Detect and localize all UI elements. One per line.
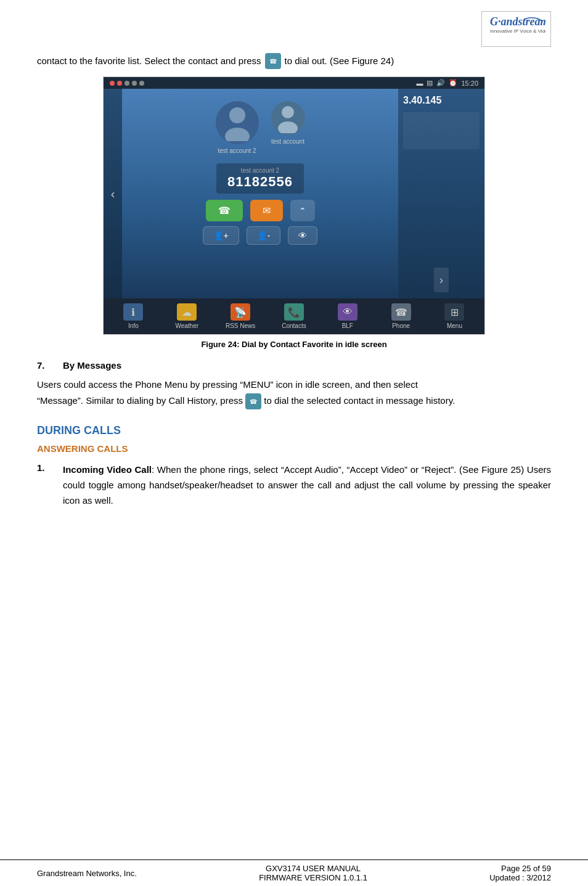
figure-24-container: ▬ ▤ 🔊 ⏰ 15:20 ‹ (103, 76, 485, 335)
phone-number: 81182556 (227, 174, 293, 190)
bottom-dock: ℹ Info ☁ Weather 📡 RSS News 📞 Contacts 👁 (104, 298, 484, 334)
answering-item-1: 1. Incoming Video Call: When the phone r… (37, 462, 551, 508)
item-1-label: Incoming Video Call (63, 464, 152, 475)
section-7-body2: “Message”. Similar to dialing by Call Hi… (37, 395, 243, 406)
dock-menu[interactable]: ⊞ Menu (436, 303, 473, 329)
call-button[interactable]: ☎ (206, 200, 243, 221)
mini-list (403, 112, 480, 149)
dock-phone[interactable]: ☎ Phone (383, 303, 420, 329)
right-nav-section: › (403, 268, 480, 292)
view-contact-button[interactable]: 👁 (288, 226, 317, 245)
dock-phone-label: Phone (392, 322, 410, 329)
right-panel: 3.40.145 › (398, 89, 484, 298)
intro-paragraph: contact to the favorite list. Select the… (37, 53, 551, 69)
ip-display: 3.40.145 (403, 95, 480, 106)
avatar-2 (271, 101, 305, 135)
dock-contacts[interactable]: 📞 Contacts (276, 303, 312, 329)
dot-3 (125, 81, 129, 86)
dock-blf[interactable]: 👁 BLF (329, 303, 366, 329)
phone-screenshot: ▬ ▤ 🔊 ⏰ 15:20 ‹ (104, 77, 484, 334)
item-1-content: Incoming Video Call: When the phone ring… (63, 462, 551, 508)
dock-info-label: Info (128, 322, 139, 329)
intro-text-after: to dial out. (See Figure 24) (285, 54, 394, 68)
info-icon: ℹ (123, 303, 143, 321)
dot-4 (132, 81, 137, 86)
nav-right-arrow[interactable]: › (434, 268, 449, 292)
footer-right: Page 25 of 59 Updated : 3/2012 (489, 864, 551, 882)
svg-text:G·andstream: G·andstream (490, 15, 545, 28)
dock-weather-label: Weather (175, 322, 198, 329)
blf-icon: 👁 (338, 303, 357, 321)
contact-card-2: test account (271, 101, 305, 154)
phone-main-screen: ‹ test account 2 (104, 89, 484, 298)
section-7-number: 7. (37, 360, 55, 371)
contacts-icon: 📞 (284, 303, 304, 321)
page-footer: Grandstream Networks, Inc. GXV3174 USER … (0, 859, 588, 886)
section-7-heading-row: 7. By Messages (37, 360, 551, 371)
svg-point-4 (229, 107, 245, 123)
contact-name-2: test account (271, 138, 304, 145)
svg-point-6 (282, 106, 294, 118)
dot-1 (110, 81, 115, 86)
status-dots (110, 81, 144, 86)
dot-2 (117, 81, 122, 86)
speaker-icon: 🔊 (436, 79, 445, 87)
center-contact-panel: test account 2 test account (122, 89, 398, 298)
phone-dock-icon: ☎ (391, 303, 411, 321)
svg-text:☎: ☎ (250, 398, 257, 405)
dock-info[interactable]: ℹ Info (115, 303, 152, 329)
dock-rss-label: RSS News (226, 322, 255, 329)
svg-point-5 (225, 128, 250, 141)
contact-cards: test account 2 test account (216, 101, 305, 154)
status-bar: ▬ ▤ 🔊 ⏰ 15:20 (104, 77, 484, 89)
rss-icon: 📡 (231, 303, 250, 321)
svg-text:☎: ☎ (269, 58, 277, 65)
intro-text-before: contact to the favorite list. Select the… (37, 54, 261, 68)
footer-center: GXV3174 USER MANUAL FIRMWARE VERSION 1.0… (259, 864, 367, 882)
contact-name-1: test account 2 (218, 147, 256, 154)
nav-left-arrow[interactable]: ‹ (104, 89, 122, 298)
section-7-body: Users could access the Phone Menu by pre… (37, 377, 551, 409)
section-7-title: By Messages (63, 360, 121, 371)
dot-5 (139, 81, 144, 86)
account-label: test account 2 (227, 167, 293, 174)
logo-box: G·andstream Innovative IP Voice & Video (481, 11, 551, 47)
menu-dock-icon: ⊞ (444, 303, 464, 321)
section-7-body3: to dial the selected contact in message … (264, 395, 455, 406)
section-7-body1: Users could access the Phone Menu by pre… (37, 379, 418, 390)
battery-icon: ▬ (416, 80, 423, 87)
action-buttons-row1: ☎ ✉ ⌃ (206, 200, 315, 221)
add-contact-button[interactable]: 👤+ (203, 226, 239, 245)
dock-weather[interactable]: ☁ Weather (168, 303, 205, 329)
message-button[interactable]: ✉ (250, 200, 283, 221)
message-icon-inline: ☎ (245, 393, 261, 409)
answering-calls-heading: ANSWERING CALLS (37, 443, 551, 454)
svg-point-7 (278, 121, 298, 133)
weather-icon: ☁ (177, 303, 197, 321)
up-button[interactable]: ⌃ (290, 200, 315, 221)
footer-center-line1: GXV3174 USER MANUAL (259, 864, 367, 873)
figure-24-caption: Figure 24: Dial by Contact Favorite in i… (37, 340, 551, 349)
footer-left: Grandstream Networks, Inc. (37, 869, 137, 878)
svg-text:Innovative IP Voice & Video: Innovative IP Voice & Video (490, 28, 545, 34)
dock-contacts-label: Contacts (282, 322, 306, 329)
clock-icon: ⏰ (449, 79, 457, 87)
number-display: test account 2 81182556 (216, 163, 304, 194)
footer-center-line2: FIRMWARE VERSION 1.0.1.1 (259, 873, 367, 882)
dock-blf-label: BLF (342, 322, 353, 329)
time-display: 15:20 (461, 80, 478, 87)
dock-menu-label: Menu (447, 322, 462, 329)
signal-icon: ▤ (427, 79, 433, 87)
footer-right-line2: Updated : 3/2012 (489, 873, 551, 882)
status-right: ▬ ▤ 🔊 ⏰ 15:20 (416, 79, 478, 87)
during-calls-heading: DURING CALLS (37, 424, 551, 437)
item-1-number: 1. (37, 462, 55, 508)
avatar-1 (216, 101, 259, 144)
remove-contact-button[interactable]: 👤- (247, 226, 281, 245)
contact-card-1: test account 2 (216, 101, 259, 154)
action-buttons-row2: 👤+ 👤- 👁 (203, 226, 318, 245)
dock-rss[interactable]: 📡 RSS News (222, 303, 259, 329)
footer-right-line1: Page 25 of 59 (489, 864, 551, 873)
header-logo-area: G·andstream Innovative IP Voice & Video (37, 11, 551, 47)
dial-icon-inline: ☎ (265, 53, 281, 69)
